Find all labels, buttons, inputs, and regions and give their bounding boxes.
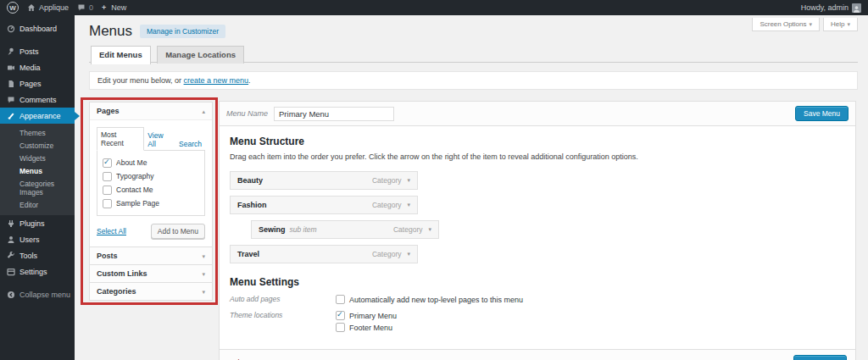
tab-edit-menus[interactable]: Edit Menus: [91, 46, 151, 64]
auto-add-pages-option[interactable]: Automatically add new top-level pages to…: [336, 295, 523, 304]
tab-search[interactable]: Search: [175, 137, 205, 151]
theme-locations-row: Theme locations Primary Menu: [230, 311, 845, 332]
submenu-item-themes[interactable]: Themes: [0, 126, 75, 139]
checkbox-icon[interactable]: [336, 295, 345, 304]
save-menu-button-bottom[interactable]: Save Menu: [793, 355, 847, 360]
site-name-label: Applique: [39, 3, 69, 12]
howdy-account-menu[interactable]: Howdy, admin: [801, 3, 861, 13]
location-label: Footer Menu: [349, 324, 392, 332]
page-checkbox-sample-page[interactable]: Sample Page: [103, 197, 199, 210]
wordpress-admin-screen: Applique 0 New Howdy, admin: [0, 0, 868, 360]
sidebar-item-pages[interactable]: Pages: [0, 75, 75, 91]
menu-settings-title: Menu Settings: [230, 276, 845, 288]
comments-icon: [6, 95, 15, 104]
page-label: Typography: [116, 172, 153, 180]
create-new-menu-link[interactable]: create a new menu: [184, 76, 249, 85]
menu-item-type: Category: [393, 225, 423, 234]
main-content: Screen Options Help Menus Manage in Cust…: [75, 15, 868, 360]
accordion-section-categories[interactable]: Categories: [90, 282, 212, 300]
sidebar-item-comments[interactable]: Comments: [0, 91, 75, 108]
save-menu-button-top[interactable]: Save Menu: [795, 106, 849, 121]
theme-locations-control: Primary Menu Footer Menu: [336, 311, 397, 332]
page-checkbox-about-me[interactable]: About Me: [103, 156, 199, 169]
sidebar-item-tools[interactable]: Tools: [0, 247, 75, 263]
page-checkbox-typography[interactable]: Typography: [103, 169, 199, 183]
manage-in-customizer-button[interactable]: Manage in Customizer: [140, 25, 225, 38]
screen-options-button[interactable]: Screen Options: [752, 18, 820, 31]
sidebar-item-users[interactable]: Users: [0, 231, 75, 247]
expand-item-arrow-icon[interactable]: [407, 177, 410, 184]
pushpin-icon: [6, 47, 15, 56]
submenu-item-customize[interactable]: Customize: [0, 139, 75, 152]
help-button[interactable]: Help: [823, 18, 858, 31]
collapse-arrow-icon: [6, 290, 15, 299]
menu-item-row-beauty[interactable]: Beauty Category: [230, 171, 418, 190]
submenu-item-widgets[interactable]: Widgets: [0, 152, 75, 164]
menu-item-label: Fashion: [237, 201, 267, 209]
location-primary-menu-option[interactable]: Primary Menu: [336, 311, 397, 320]
sidebar-item-posts[interactable]: Posts: [0, 43, 75, 59]
comments-count: 0: [89, 3, 93, 12]
submenu-item-editor[interactable]: Editor: [0, 198, 75, 211]
page-checkbox-contact-me[interactable]: Contact Me: [103, 183, 199, 197]
menu-name-input[interactable]: [274, 107, 394, 121]
accordion-section-posts[interactable]: Posts: [90, 246, 212, 264]
comments-bubble-link[interactable]: 0: [77, 3, 93, 12]
menu-settings-section: Menu Settings Auto add pages Automatical…: [230, 276, 845, 332]
wordpress-logo-menu[interactable]: [7, 2, 19, 14]
sidebar-item-label: Users: [19, 235, 40, 244]
sidebar-collapse-menu[interactable]: Collapse menu: [0, 286, 75, 302]
sidebar-item-settings[interactable]: Settings: [0, 263, 75, 280]
user-icon: [6, 235, 15, 244]
page-label: About Me: [116, 158, 147, 167]
sidebar-item-media[interactable]: Media: [0, 59, 75, 75]
add-to-menu-button[interactable]: Add to Menu: [151, 224, 205, 239]
brush-icon: [6, 111, 15, 120]
checkbox-icon[interactable]: [336, 323, 345, 332]
sidebar-item-label: Media: [19, 64, 41, 72]
menu-item-label: Travel: [237, 250, 259, 258]
edit-menu-notice: Edit your menu below, or create a new me…: [89, 71, 858, 90]
sidebar-item-label: Collapse menu: [19, 291, 70, 299]
chevron-down-icon: [202, 269, 205, 278]
howdy-label: Howdy, admin: [801, 3, 849, 12]
expand-item-arrow-icon[interactable]: [428, 226, 431, 233]
location-footer-menu-option[interactable]: Footer Menu: [336, 323, 397, 332]
checkbox-icon[interactable]: [103, 172, 112, 181]
tab-view-all[interactable]: View All: [144, 129, 175, 151]
chevron-down-icon: [847, 20, 850, 28]
sidebar-item-dashboard[interactable]: Dashboard: [0, 20, 75, 36]
accordion-section-custom-links[interactable]: Custom Links: [90, 264, 212, 282]
sidebar-item-plugins[interactable]: Plugins: [0, 215, 75, 231]
notice-text-suffix: .: [248, 76, 251, 85]
page-icon: [6, 79, 15, 88]
appearance-submenu: Themes Customize Widgets Menus Categorie…: [0, 124, 75, 215]
select-all-link[interactable]: Select All: [97, 227, 126, 235]
expand-item-arrow-icon[interactable]: [407, 251, 410, 258]
admin-sidebar: Dashboard Posts Media Pages Comments: [0, 15, 75, 360]
checkbox-icon[interactable]: [103, 158, 112, 168]
admin-bar-left: Applique 0 New: [7, 2, 126, 14]
auto-add-pages-control: Automatically add new top-level pages to…: [336, 295, 523, 304]
checkbox-icon[interactable]: [336, 311, 345, 320]
submenu-item-categories-images[interactable]: Categories Images: [0, 177, 75, 198]
chevron-down-icon: [202, 287, 205, 296]
tab-most-recent[interactable]: Most Recent: [97, 127, 144, 151]
menu-item-row-travel[interactable]: Travel Category: [230, 245, 418, 263]
submenu-item-menus[interactable]: Menus: [0, 164, 75, 177]
menu-item-row-sewing[interactable]: Sewing sub item Category: [251, 220, 439, 239]
site-name-link[interactable]: Applique: [27, 3, 69, 12]
theme-locations-label: Theme locations: [230, 311, 336, 332]
expand-item-arrow-icon[interactable]: [407, 202, 410, 208]
menu-item-row-fashion[interactable]: Fashion Category: [230, 196, 418, 214]
checkbox-icon[interactable]: [103, 186, 112, 195]
new-content-menu[interactable]: New: [102, 3, 126, 12]
accordion-title: Posts: [97, 252, 118, 260]
tab-manage-locations[interactable]: Manage Locations: [157, 46, 244, 64]
comment-bubble-icon: [77, 3, 86, 12]
sidebar-item-label: Dashboard: [19, 25, 57, 33]
sidebar-item-appearance[interactable]: Appearance: [0, 108, 75, 124]
checkbox-icon[interactable]: [103, 199, 112, 208]
accordion-section-pages[interactable]: Pages: [90, 102, 212, 119]
pages-panel-tabs: Most Recent View All Search: [97, 127, 205, 151]
